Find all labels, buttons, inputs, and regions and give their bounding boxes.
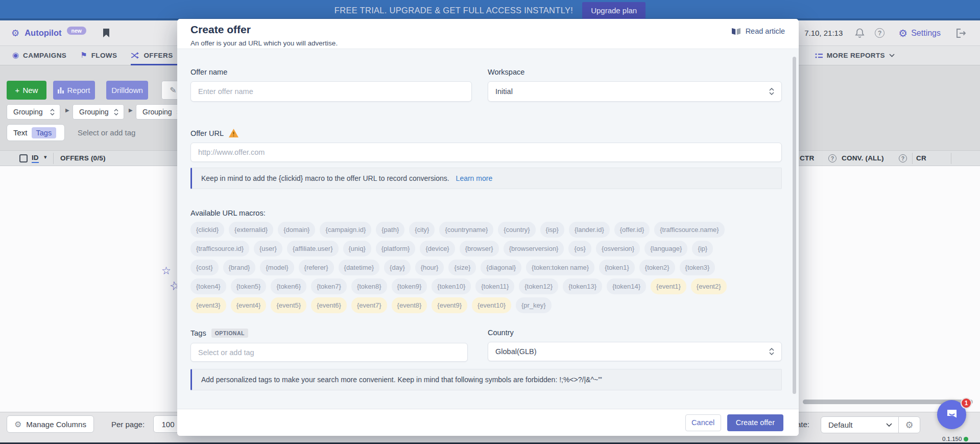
macro-chip[interactable]: {event5} bbox=[271, 297, 306, 313]
macro-chip[interactable]: {pr_key} bbox=[516, 297, 552, 313]
macro-chip[interactable]: {referer} bbox=[299, 260, 334, 275]
macro-chip[interactable]: {diagonal} bbox=[481, 260, 521, 275]
macro-chip[interactable]: {domain} bbox=[278, 222, 315, 238]
macro-chip[interactable]: {token7} bbox=[311, 278, 347, 294]
toggle-text-option[interactable]: Text bbox=[13, 128, 28, 137]
macro-chip[interactable]: {isp} bbox=[540, 222, 564, 238]
macro-chip[interactable]: {datetime} bbox=[339, 260, 380, 275]
macro-chip[interactable]: {browserversion} bbox=[504, 241, 564, 256]
macro-chip[interactable]: {event8} bbox=[392, 297, 427, 313]
notifications-bell-icon[interactable] bbox=[854, 28, 865, 39]
macro-chip[interactable]: {token:token name} bbox=[526, 260, 594, 275]
macro-chip[interactable]: {token2} bbox=[639, 260, 675, 275]
macro-chip[interactable]: {uniq} bbox=[343, 241, 371, 256]
grouping-select-1[interactable]: Grouping bbox=[7, 104, 60, 120]
macro-chip[interactable]: {browser} bbox=[460, 241, 499, 256]
macro-chip[interactable]: {event4} bbox=[231, 297, 267, 313]
column-header-conv[interactable]: CONV. (ALL) bbox=[842, 154, 884, 162]
macro-chip[interactable]: {hour} bbox=[415, 260, 444, 275]
macro-chip[interactable]: {language} bbox=[644, 241, 687, 256]
macro-chip[interactable]: {lander.id} bbox=[569, 222, 610, 238]
macro-chip[interactable]: {token8} bbox=[351, 278, 387, 294]
tag-filter-input[interactable]: Select or add tag bbox=[78, 128, 135, 137]
macro-chip[interactable]: {offer.id} bbox=[614, 222, 650, 238]
column-header-ctr[interactable]: CTR bbox=[800, 154, 814, 162]
column-header-cr[interactable]: CR bbox=[916, 154, 926, 162]
macro-chip[interactable]: {size} bbox=[448, 260, 476, 275]
macro-chip[interactable]: {event1} bbox=[651, 278, 686, 294]
create-offer-button[interactable]: Create offer bbox=[727, 414, 783, 431]
macro-chip[interactable]: {city} bbox=[409, 222, 435, 238]
manage-columns-button[interactable]: ⚙ Manage Columns bbox=[7, 415, 94, 433]
favorite-star-icon[interactable]: ☆ bbox=[161, 265, 171, 277]
settings-button[interactable]: ⚙ Settings bbox=[898, 27, 941, 39]
macro-chip[interactable]: {platform} bbox=[376, 241, 416, 256]
macro-chip[interactable]: {event3} bbox=[190, 297, 226, 313]
tags-input[interactable] bbox=[190, 343, 468, 362]
modal-scrollbar[interactable] bbox=[793, 57, 796, 394]
macro-chip[interactable]: {token14} bbox=[607, 278, 646, 294]
macro-chip[interactable]: {user} bbox=[254, 241, 282, 256]
macro-chip[interactable]: {token12} bbox=[519, 278, 558, 294]
macro-chip[interactable]: {token1} bbox=[599, 260, 635, 275]
read-article-link[interactable]: Read article bbox=[731, 27, 785, 35]
macro-chip[interactable]: {cost} bbox=[190, 260, 219, 275]
offer-name-input[interactable] bbox=[190, 81, 472, 102]
macro-chip[interactable]: {event2} bbox=[691, 278, 727, 294]
bookmark-icon[interactable] bbox=[103, 29, 110, 38]
macro-chip[interactable]: {campaign.id} bbox=[320, 222, 371, 238]
learn-more-link[interactable]: Learn more bbox=[456, 174, 493, 182]
upgrade-plan-button[interactable]: Upgrade plan bbox=[582, 2, 646, 19]
tab-campaigns[interactable]: ◉ CAMPAIGNS bbox=[12, 46, 66, 65]
template-gear-icon[interactable]: ⚙ bbox=[898, 417, 920, 433]
macro-chip[interactable]: {os} bbox=[568, 241, 591, 256]
macro-chip[interactable]: {event7} bbox=[351, 297, 387, 313]
grouping-select-2[interactable]: Grouping bbox=[73, 104, 124, 120]
ctr-help-icon[interactable]: ? bbox=[828, 154, 836, 162]
help-icon[interactable]: ? bbox=[875, 28, 885, 38]
logout-icon[interactable] bbox=[955, 28, 967, 38]
macro-chip[interactable]: {token10} bbox=[432, 278, 471, 294]
macro-chip[interactable]: {osversion} bbox=[596, 241, 640, 256]
conv-help-icon[interactable]: ? bbox=[899, 154, 907, 162]
offer-url-input[interactable] bbox=[190, 143, 782, 162]
macro-chip[interactable]: {day} bbox=[384, 260, 411, 275]
macro-chip[interactable]: {country} bbox=[498, 222, 535, 238]
macro-chip[interactable]: {ip} bbox=[692, 241, 713, 256]
new-button[interactable]: +New bbox=[7, 81, 46, 100]
tab-flows[interactable]: ⚑ FLOWS bbox=[80, 46, 117, 65]
macro-chip[interactable]: {trafficsource.id} bbox=[190, 241, 249, 256]
macro-chip[interactable]: {countryname} bbox=[439, 222, 493, 238]
macro-chip[interactable]: {token13} bbox=[563, 278, 602, 294]
macro-chip[interactable]: {device} bbox=[420, 241, 455, 256]
more-reports-button[interactable]: MORE REPORTS bbox=[815, 52, 895, 59]
macro-chip[interactable]: {path} bbox=[376, 222, 404, 238]
workspace-select[interactable]: Initial bbox=[488, 81, 782, 102]
cancel-button[interactable]: Cancel bbox=[685, 414, 721, 431]
report-button[interactable]: Report bbox=[53, 81, 95, 100]
tab-offers[interactable]: OFFERS bbox=[131, 46, 173, 65]
drilldown-button[interactable]: Drilldown bbox=[106, 81, 148, 100]
macro-chip[interactable]: {brand} bbox=[223, 260, 256, 275]
country-select[interactable]: Global(GLB) bbox=[488, 342, 782, 361]
macro-chip[interactable]: {externalid} bbox=[229, 222, 273, 238]
select-all-checkbox[interactable] bbox=[19, 154, 28, 162]
macro-chip[interactable]: {token9} bbox=[392, 278, 427, 294]
macro-chip[interactable]: {event9} bbox=[432, 297, 467, 313]
column-header-id[interactable]: ID bbox=[32, 154, 39, 163]
macro-chip[interactable]: {clickid} bbox=[190, 222, 224, 238]
toggle-tags-option[interactable]: Tags bbox=[32, 127, 57, 138]
column-header-offers[interactable]: OFFERS (0/5) bbox=[60, 154, 106, 162]
macro-chip[interactable]: {model} bbox=[260, 260, 294, 275]
macro-chip[interactable]: {token3} bbox=[680, 260, 715, 275]
macro-chip[interactable]: {event6} bbox=[311, 297, 347, 313]
brand-autopilot[interactable]: Autopilot bbox=[25, 28, 61, 38]
macro-chip[interactable]: {token6} bbox=[271, 278, 306, 294]
template-select[interactable]: Default bbox=[821, 417, 898, 433]
macro-chip[interactable]: {affiliate.user} bbox=[287, 241, 339, 256]
macro-chip[interactable]: {token5} bbox=[231, 278, 267, 294]
macro-chip[interactable]: {token4} bbox=[190, 278, 226, 294]
macro-chip[interactable]: {trafficsource.name} bbox=[654, 222, 724, 238]
macro-chip[interactable]: {event10} bbox=[472, 297, 511, 313]
macro-chip[interactable]: {token11} bbox=[475, 278, 514, 294]
